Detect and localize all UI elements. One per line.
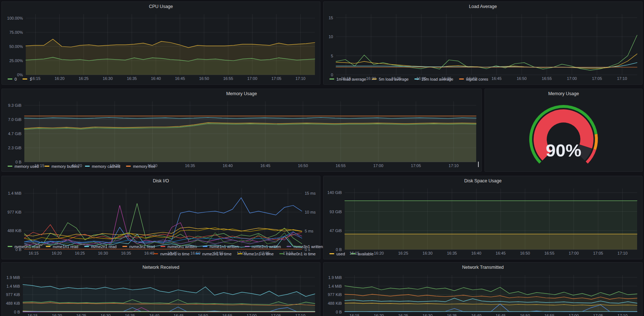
svg-text:7.0 GiB: 7.0 GiB — [8, 117, 21, 122]
svg-text:17:10: 17:10 — [295, 313, 305, 316]
svg-text:16:25: 16:25 — [78, 76, 89, 81]
svg-text:17:10: 17:10 — [449, 163, 459, 168]
svg-text:16:35: 16:35 — [125, 313, 135, 316]
disk-space-chart[interactable]: 16:1516:2016:2516:3016:3516:4016:4516:50… — [324, 186, 642, 250]
svg-text:2.3 GiB: 2.3 GiB — [8, 146, 21, 150]
panel-title-disk-space[interactable]: Disk Space Usage — [324, 176, 642, 186]
svg-text:16:20: 16:20 — [374, 251, 384, 255]
svg-text:25.00%: 25.00% — [9, 58, 23, 63]
cpu-usage-chart[interactable]: 16:1516:2016:2516:3016:3516:4016:4516:50… — [2, 11, 320, 75]
panel-title-load-average[interactable]: Load Average — [324, 2, 642, 11]
svg-text:1.9 MiB: 1.9 MiB — [328, 275, 342, 280]
panel-title-disk-io[interactable]: Disk I/O — [2, 176, 320, 186]
svg-text:17:00: 17:00 — [237, 251, 247, 255]
svg-text:100.00%: 100.00% — [7, 16, 23, 20]
svg-text:16:40: 16:40 — [466, 76, 477, 81]
svg-text:16:50: 16:50 — [198, 313, 208, 316]
disk-io-chart[interactable]: 16:1516:2016:2516:3016:3516:4016:4516:50… — [2, 186, 320, 243]
memory-usage-chart[interactable]: 16:1516:2016:2516:3016:3516:4016:4516:50… — [2, 98, 481, 162]
svg-text:16:25: 16:25 — [76, 313, 86, 316]
svg-text:16:30: 16:30 — [416, 76, 426, 81]
svg-text:17:10: 17:10 — [617, 251, 628, 255]
svg-text:16:40: 16:40 — [223, 163, 233, 168]
svg-text:16:30: 16:30 — [101, 313, 111, 316]
svg-text:16:15: 16:15 — [29, 251, 39, 255]
svg-text:16:35: 16:35 — [185, 163, 195, 168]
svg-text:16:35: 16:35 — [447, 313, 457, 316]
svg-text:16:30: 16:30 — [98, 251, 108, 255]
svg-text:16:20: 16:20 — [374, 313, 384, 316]
grafana-dashboard: CPU Usage 16:1516:2016:2516:3016:3516:40… — [0, 0, 644, 316]
panel-title-network-received[interactable]: Network Received — [2, 263, 320, 272]
svg-text:16:40: 16:40 — [149, 313, 159, 316]
svg-text:17:00: 17:00 — [247, 313, 257, 316]
svg-text:0%: 0% — [17, 73, 23, 77]
svg-text:16:15: 16:15 — [31, 76, 41, 81]
svg-text:977 KiB: 977 KiB — [328, 292, 342, 297]
svg-text:17:10: 17:10 — [617, 313, 628, 316]
svg-text:1.4 MiB: 1.4 MiB — [7, 284, 20, 288]
svg-text:75.00%: 75.00% — [9, 30, 23, 35]
svg-text:17:10: 17:10 — [617, 76, 627, 81]
svg-text:17:00: 17:00 — [373, 163, 384, 168]
panel-memory-usage: Memory Usage 16:1516:2016:2516:3016:3516… — [1, 89, 482, 172]
svg-text:16:20: 16:20 — [52, 251, 62, 255]
svg-text:488 KiB: 488 KiB — [6, 301, 20, 305]
panel-title-cpu-usage[interactable]: CPU Usage — [2, 2, 320, 11]
svg-text:488 KiB: 488 KiB — [7, 228, 21, 233]
svg-text:17:05: 17:05 — [271, 76, 282, 81]
svg-text:16:40: 16:40 — [151, 76, 161, 81]
svg-text:16:20: 16:20 — [366, 76, 376, 81]
svg-text:16:15: 16:15 — [349, 313, 360, 316]
panel-memory-usage-gauge: Memory Usage 90% — [485, 89, 643, 172]
svg-text:17:05: 17:05 — [592, 76, 602, 81]
gauge-value-text: 90% — [546, 141, 581, 160]
panel-title-network-transmitted[interactable]: Network Transmitted — [324, 263, 642, 272]
svg-text:0: 0 — [331, 73, 333, 77]
svg-text:10: 10 — [329, 35, 333, 39]
scrollbar-thumb[interactable] — [478, 162, 479, 167]
svg-text:16:30: 16:30 — [422, 251, 433, 255]
panel-title-memory-usage[interactable]: Memory Usage — [2, 89, 481, 98]
network-received-chart[interactable]: 16:1516:2016:2516:3016:3516:4016:4516:50… — [2, 272, 320, 316]
svg-text:16:20: 16:20 — [52, 313, 62, 316]
svg-text:0 B: 0 B — [336, 247, 342, 252]
panel-network-received: Network Received 16:1516:2016:2516:3016:… — [1, 262, 320, 316]
svg-text:16:55: 16:55 — [223, 76, 233, 81]
svg-text:16:25: 16:25 — [75, 251, 85, 255]
svg-text:50.00%: 50.00% — [9, 44, 23, 49]
svg-text:16:50: 16:50 — [199, 76, 209, 81]
svg-text:16:15: 16:15 — [35, 163, 45, 168]
svg-text:16:20: 16:20 — [54, 76, 65, 81]
load-average-chart[interactable]: 16:1516:2016:2516:3016:3516:4016:4516:50… — [324, 11, 642, 75]
svg-text:16:55: 16:55 — [542, 76, 552, 81]
svg-text:16:45: 16:45 — [167, 251, 178, 255]
svg-text:17:00: 17:00 — [247, 76, 258, 81]
panel-title-memory-gauge[interactable]: Memory Usage — [485, 89, 642, 98]
svg-text:15 ms: 15 ms — [305, 191, 316, 195]
svg-text:17:05: 17:05 — [411, 163, 421, 168]
network-transmitted-chart[interactable]: 16:1516:2016:2516:3016:3516:4016:4516:50… — [324, 272, 642, 316]
svg-text:1.4 MiB: 1.4 MiB — [328, 284, 342, 288]
svg-text:5 ms: 5 ms — [305, 229, 313, 233]
svg-text:16:35: 16:35 — [447, 251, 457, 255]
memory-usage-gauge[interactable]: 90% — [485, 98, 642, 171]
svg-text:16:55: 16:55 — [336, 163, 346, 168]
svg-text:16:50: 16:50 — [520, 251, 530, 255]
svg-text:16:30: 16:30 — [147, 163, 158, 168]
svg-text:9.3 GiB: 9.3 GiB — [8, 103, 21, 108]
svg-text:16:25: 16:25 — [110, 163, 120, 168]
svg-text:16:25: 16:25 — [391, 76, 401, 81]
svg-text:17:00: 17:00 — [569, 251, 579, 255]
svg-text:16:15: 16:15 — [349, 251, 360, 255]
panel-load-average: Load Average 16:1516:2016:2516:3016:3516… — [323, 1, 643, 85]
svg-text:0 B: 0 B — [15, 247, 21, 252]
svg-text:16:25: 16:25 — [398, 251, 408, 255]
svg-text:16:55: 16:55 — [222, 313, 232, 316]
svg-text:16:35: 16:35 — [121, 251, 131, 255]
svg-text:4.7 GiB: 4.7 GiB — [8, 131, 21, 136]
svg-text:0 B: 0 B — [336, 310, 342, 314]
svg-text:0 B: 0 B — [15, 160, 21, 164]
svg-text:16:50: 16:50 — [517, 76, 527, 81]
svg-text:17:05: 17:05 — [593, 251, 603, 255]
